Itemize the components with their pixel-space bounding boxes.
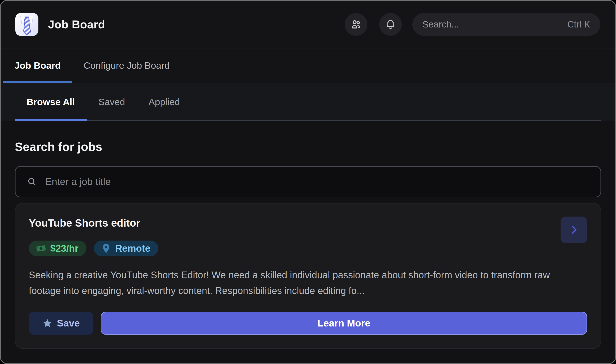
- pay-badge: $23/hr: [29, 241, 86, 256]
- keyboard-shortcut-hint: Ctrl K: [567, 19, 590, 30]
- job-badges: $23/hr Remote: [29, 241, 552, 256]
- save-button-label: Save: [57, 318, 80, 329]
- job-card-header: YouTube Shorts editor: [29, 217, 587, 256]
- star-icon: [42, 318, 52, 328]
- location-badge: Remote: [94, 241, 158, 256]
- subtab-browse-all[interactable]: Browse All: [15, 83, 87, 121]
- global-search-placeholder: Search...: [422, 19, 459, 30]
- job-title-search-input[interactable]: [45, 176, 589, 187]
- location-pin-icon: [100, 243, 112, 254]
- subtab-applied[interactable]: Applied: [137, 83, 192, 121]
- secondary-tab-bar: Browse All Saved Applied: [1, 83, 615, 121]
- job-title: YouTube Shorts editor: [29, 217, 552, 230]
- tab-job-board[interactable]: Job Board: [3, 48, 72, 83]
- subtab-label: Saved: [98, 97, 125, 107]
- bell-icon: [385, 19, 396, 30]
- subtab-label: Applied: [149, 97, 180, 107]
- subtab-label: Browse All: [27, 97, 75, 107]
- tab-configure-job-board[interactable]: Configure Job Board: [72, 48, 181, 83]
- people-icon: [350, 19, 362, 30]
- tab-label: Configure Job Board: [84, 60, 170, 71]
- job-description: Seeking a creative YouTube Shorts Editor…: [29, 267, 570, 299]
- chevron-right-icon: [568, 224, 580, 236]
- tab-label: Job Board: [14, 60, 61, 71]
- people-button[interactable]: [345, 13, 367, 36]
- magnifier-icon: [27, 177, 37, 187]
- primary-tab-bar: Job Board Configure Job Board: [1, 48, 615, 83]
- pay-badge-label: $23/hr: [50, 243, 79, 254]
- global-search-input[interactable]: Search... Ctrl K: [412, 13, 600, 36]
- job-title-search: [15, 166, 601, 197]
- app-header: Job Board Search... Ctrl K: [1, 1, 615, 48]
- job-card: YouTube Shorts editor: [15, 203, 601, 349]
- learn-more-label: Learn More: [317, 318, 370, 329]
- main-content: Search for jobs YouTube Shorts editor: [1, 121, 615, 363]
- job-card-header-left: YouTube Shorts editor: [29, 217, 552, 256]
- banknote-icon: [35, 243, 47, 254]
- page-title: Job Board: [48, 18, 105, 31]
- notifications-button[interactable]: [379, 13, 402, 36]
- necktie-icon: [15, 13, 39, 36]
- open-job-button[interactable]: [561, 217, 587, 243]
- section-heading: Search for jobs: [15, 140, 601, 154]
- learn-more-button[interactable]: Learn More: [101, 312, 587, 335]
- subtab-saved[interactable]: Saved: [87, 83, 137, 121]
- location-badge-label: Remote: [115, 243, 150, 254]
- app-window: Job Board Search... Ctrl K Job Board: [0, 0, 616, 364]
- job-card-actions: Save Learn More: [29, 312, 587, 335]
- save-job-button[interactable]: Save: [29, 312, 94, 335]
